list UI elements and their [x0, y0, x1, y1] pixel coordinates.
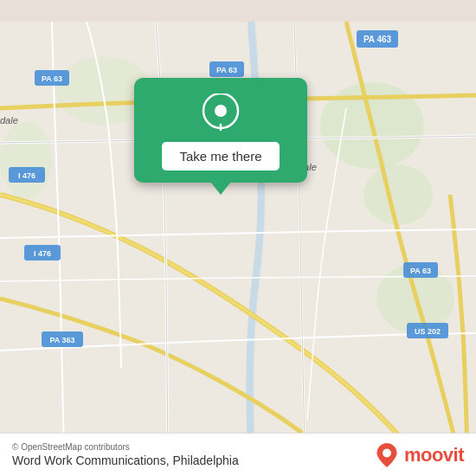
svg-point-2 — [363, 164, 433, 225]
moovit-brand-text: moovit — [404, 444, 464, 466]
location-popup: Take me there — [134, 78, 307, 183]
moovit-logo: moovit — [375, 443, 464, 467]
bottom-bar: © OpenStreetMap contributors Word Work C… — [0, 433, 476, 476]
svg-text:I 476: I 476 — [34, 249, 51, 258]
svg-text:US 202: US 202 — [415, 327, 441, 336]
svg-text:PA 463: PA 463 — [363, 35, 392, 44]
svg-text:PA 63: PA 63 — [42, 74, 62, 83]
attribution-text: © OpenStreetMap contributors — [12, 442, 239, 452]
location-pin-icon — [201, 93, 241, 133]
svg-text:PA 363: PA 363 — [49, 336, 74, 344]
location-text: Word Work Communications, Philadelphia — [12, 453, 239, 467]
svg-text:I 476: I 476 — [18, 171, 35, 180]
svg-text:PA 63: PA 63 — [216, 66, 237, 74]
svg-point-26 — [383, 448, 391, 457]
map-svg: PA 463 PA 63 PA 63 I 476 I 476 PA 363 PA… — [0, 0, 476, 476]
svg-text:PA 63: PA 63 — [410, 267, 431, 275]
take-me-there-button[interactable]: Take me there — [162, 142, 279, 170]
map-container: PA 463 PA 63 PA 63 I 476 I 476 PA 363 PA… — [0, 0, 476, 476]
moovit-pin-icon — [375, 443, 399, 467]
bottom-left-info: © OpenStreetMap contributors Word Work C… — [12, 442, 239, 467]
svg-point-25 — [215, 105, 227, 117]
svg-point-5 — [0, 121, 52, 199]
svg-text:dale: dale — [0, 115, 18, 125]
